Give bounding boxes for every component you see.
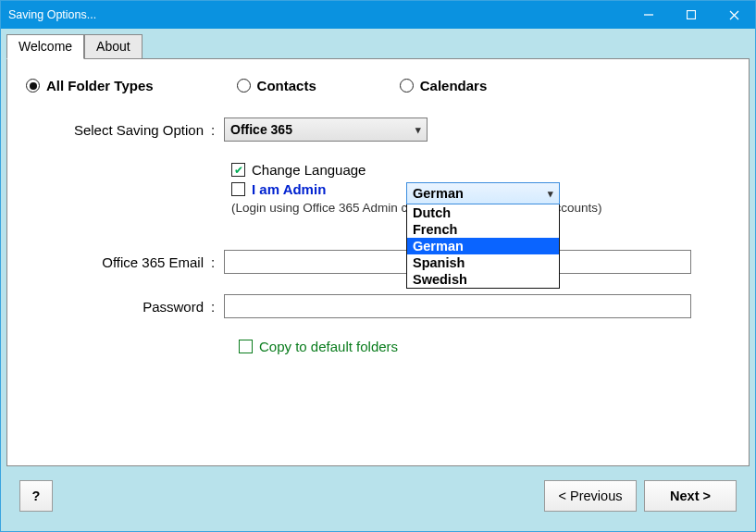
content-area: Welcome About All Folder Types Contacts … — [1, 29, 755, 531]
minimize-button[interactable] — [627, 1, 670, 29]
radio-icon — [400, 79, 414, 93]
language-selected-value: German — [413, 186, 464, 201]
copy-default-row: Copy to default folders — [239, 339, 730, 354]
language-select[interactable]: German ▾ Dutch French German Spanish Swe… — [406, 182, 560, 289]
copy-default-label: Copy to default folders — [259, 339, 398, 354]
language-select-head[interactable]: German ▾ — [406, 182, 560, 204]
colon: : — [211, 254, 224, 270]
language-dropdown: Dutch French German Spanish Swedish — [406, 204, 560, 289]
radio-icon — [237, 79, 251, 93]
change-language-label: Change Language — [252, 162, 366, 178]
language-option-french[interactable]: French — [407, 221, 559, 238]
window-title: Saving Options... — [8, 8, 627, 21]
tab-panel-welcome: All Folder Types Contacts Calendars Sele… — [6, 58, 750, 466]
radio-label: Calendars — [420, 78, 488, 93]
password-label: Password — [26, 299, 211, 315]
titlebar: Saving Options... — [1, 1, 755, 29]
chevron-down-icon: ▾ — [415, 124, 421, 136]
admin-label[interactable]: I am Admin — [252, 181, 326, 197]
tab-about[interactable]: About — [84, 34, 143, 58]
password-row: Password : — [26, 294, 730, 318]
language-option-swedish[interactable]: Swedish — [407, 271, 559, 288]
maximize-button[interactable] — [670, 1, 713, 29]
language-option-spanish[interactable]: Spanish — [407, 254, 559, 271]
change-language-checkbox[interactable]: ✔ — [231, 163, 245, 177]
language-option-german[interactable]: German — [407, 238, 559, 254]
footer: ? < Previous Next > — [6, 466, 750, 526]
radio-icon — [26, 79, 40, 93]
email-label: Office 365 Email — [26, 254, 211, 270]
colon: : — [211, 299, 224, 315]
folder-type-group: All Folder Types Contacts Calendars — [26, 78, 730, 93]
radio-label: Contacts — [257, 78, 316, 93]
saving-option-row: Select Saving Option : Office 365 ▾ — [26, 118, 730, 142]
email-row: Office 365 Email : — [26, 250, 730, 274]
svg-rect-1 — [688, 11, 696, 19]
copy-default-checkbox[interactable] — [239, 340, 253, 353]
colon: : — [211, 122, 224, 138]
chevron-down-icon: ▾ — [548, 188, 553, 200]
next-button[interactable]: Next > — [644, 480, 737, 512]
radio-contacts[interactable]: Contacts — [237, 78, 316, 93]
saving-option-label: Select Saving Option — [26, 122, 211, 138]
admin-checkbox[interactable] — [231, 182, 245, 196]
tab-welcome[interactable]: Welcome — [6, 34, 84, 59]
tab-row: Welcome About — [6, 34, 750, 58]
password-input[interactable] — [224, 294, 691, 318]
change-language-row: ✔ Change Language — [231, 162, 730, 178]
help-button[interactable]: ? — [19, 480, 53, 512]
radio-all-folder-types[interactable]: All Folder Types — [26, 78, 154, 93]
saving-option-select[interactable]: Office 365 ▾ — [224, 118, 428, 142]
close-button[interactable] — [713, 1, 755, 29]
radio-label: All Folder Types — [46, 78, 154, 93]
previous-button[interactable]: < Previous — [544, 480, 637, 512]
radio-calendars[interactable]: Calendars — [400, 78, 488, 93]
saving-option-value: Office 365 — [230, 122, 292, 137]
language-option-dutch[interactable]: Dutch — [407, 204, 559, 221]
